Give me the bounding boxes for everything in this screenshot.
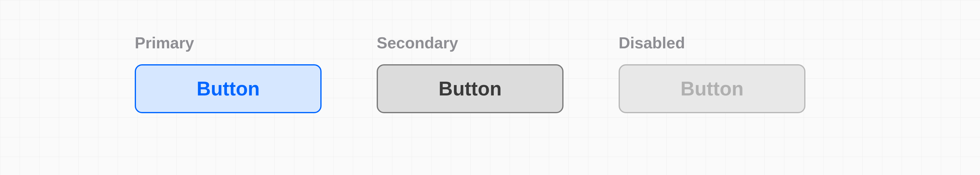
disabled-title-label: Disabled <box>619 33 805 52</box>
primary-button-group: Primary Button <box>135 33 321 113</box>
primary-button[interactable]: Button <box>135 64 321 113</box>
primary-button-label: Button <box>197 77 260 100</box>
secondary-button[interactable]: Button <box>377 64 563 113</box>
secondary-button-group: Secondary Button <box>377 33 563 113</box>
secondary-title-label: Secondary <box>377 33 563 52</box>
disabled-button: Button <box>619 64 805 113</box>
secondary-button-label: Button <box>439 77 502 100</box>
disabled-button-group: Disabled Button <box>619 33 805 113</box>
primary-title-label: Primary <box>135 33 321 52</box>
button-showcase: Primary Button Secondary Button Disabled… <box>135 33 805 113</box>
disabled-button-label: Button <box>681 77 744 100</box>
